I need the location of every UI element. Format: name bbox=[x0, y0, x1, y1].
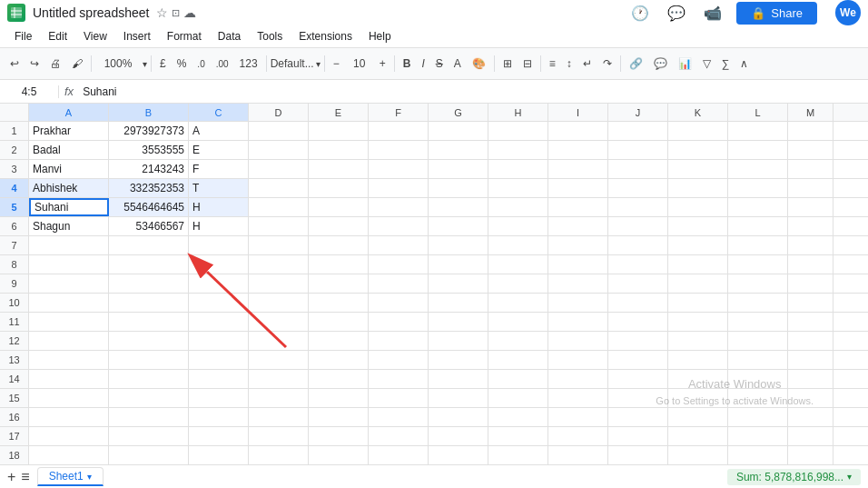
cell[interactable]: H bbox=[189, 217, 249, 235]
cell[interactable]: 2143243 bbox=[109, 160, 189, 178]
cell[interactable] bbox=[488, 389, 548, 407]
cell[interactable] bbox=[728, 351, 788, 369]
sheet-tab-sheet1[interactable]: Sheet1 ▾ bbox=[37, 467, 104, 486]
cell[interactable]: Suhani bbox=[29, 198, 109, 216]
cell[interactable] bbox=[728, 313, 788, 331]
cell[interactable] bbox=[488, 427, 548, 445]
cell[interactable] bbox=[429, 427, 488, 445]
cell[interactable] bbox=[668, 294, 728, 312]
cell[interactable] bbox=[488, 160, 548, 178]
cell[interactable] bbox=[548, 351, 608, 369]
cell[interactable] bbox=[109, 446, 189, 464]
cell[interactable] bbox=[309, 446, 369, 464]
cell[interactable] bbox=[788, 313, 833, 331]
cell[interactable] bbox=[429, 255, 488, 274]
row-num-4[interactable]: 4 bbox=[0, 179, 29, 197]
cell[interactable] bbox=[548, 332, 608, 350]
function-button[interactable]: ∑ bbox=[717, 55, 735, 73]
cell[interactable] bbox=[788, 370, 833, 388]
print-button[interactable]: 🖨 bbox=[45, 55, 65, 73]
align-button[interactable]: ≡ bbox=[545, 55, 560, 73]
cell[interactable] bbox=[488, 217, 548, 235]
cell[interactable] bbox=[249, 351, 309, 369]
cell[interactable] bbox=[788, 294, 833, 312]
fill-color-button[interactable]: 🎨 bbox=[468, 55, 490, 73]
cell[interactable] bbox=[788, 427, 833, 445]
decimal-increase-button[interactable]: .00 bbox=[212, 56, 233, 72]
row-num-16[interactable]: 16 bbox=[0, 408, 29, 426]
cell[interactable] bbox=[249, 313, 309, 331]
rotate-button[interactable]: ↷ bbox=[598, 55, 616, 73]
cell[interactable] bbox=[249, 255, 309, 274]
cell[interactable]: Badal bbox=[29, 141, 109, 159]
cell[interactable] bbox=[249, 179, 309, 197]
col-header-d[interactable]: D bbox=[249, 104, 309, 121]
cell[interactable] bbox=[369, 370, 429, 388]
cell[interactable] bbox=[728, 446, 788, 464]
cell[interactable] bbox=[488, 294, 548, 312]
cell[interactable] bbox=[309, 179, 369, 197]
cell[interactable] bbox=[668, 274, 728, 293]
cell[interactable] bbox=[668, 255, 728, 274]
increase-font-button[interactable]: + bbox=[375, 55, 390, 73]
cell[interactable] bbox=[608, 274, 668, 293]
meet-button[interactable]: 📹 bbox=[700, 1, 725, 25]
cell[interactable] bbox=[429, 122, 488, 140]
cell[interactable] bbox=[309, 255, 369, 274]
cell[interactable] bbox=[249, 274, 309, 293]
cell[interactable] bbox=[608, 370, 668, 388]
cell[interactable] bbox=[488, 236, 548, 254]
cell[interactable] bbox=[189, 294, 249, 312]
cell[interactable] bbox=[249, 408, 309, 426]
cell[interactable] bbox=[608, 179, 668, 197]
cell[interactable] bbox=[309, 370, 369, 388]
cell[interactable] bbox=[309, 160, 369, 178]
menu-item-data[interactable]: Data bbox=[211, 28, 248, 45]
cell[interactable] bbox=[788, 122, 833, 140]
cell[interactable] bbox=[608, 217, 668, 235]
cell[interactable] bbox=[249, 217, 309, 235]
cell[interactable] bbox=[429, 217, 488, 235]
cell[interactable] bbox=[29, 332, 109, 350]
decimal-decrease-button[interactable]: .0 bbox=[192, 56, 209, 72]
cell[interactable] bbox=[109, 389, 189, 407]
cell[interactable] bbox=[309, 141, 369, 159]
cell[interactable] bbox=[429, 389, 488, 407]
cell[interactable] bbox=[608, 294, 668, 312]
cell[interactable] bbox=[369, 294, 429, 312]
col-header-k[interactable]: K bbox=[668, 104, 728, 121]
cell[interactable] bbox=[309, 427, 369, 445]
cell[interactable] bbox=[369, 198, 429, 216]
cell[interactable] bbox=[369, 408, 429, 426]
cell[interactable]: T bbox=[189, 179, 249, 197]
cell[interactable] bbox=[429, 408, 488, 426]
cell[interactable] bbox=[488, 370, 548, 388]
merge-button[interactable]: ⊟ bbox=[518, 55, 537, 73]
cell[interactable] bbox=[429, 236, 488, 254]
star-icon[interactable]: ☆ bbox=[156, 5, 168, 20]
cell[interactable] bbox=[548, 122, 608, 140]
col-header-c[interactable]: C bbox=[189, 104, 249, 121]
undo-button[interactable]: ↩ bbox=[5, 55, 24, 73]
cell[interactable]: 53466567 bbox=[109, 217, 189, 235]
cell[interactable] bbox=[189, 274, 249, 293]
cell[interactable] bbox=[668, 179, 728, 197]
cell[interactable] bbox=[668, 141, 728, 159]
cell[interactable] bbox=[548, 313, 608, 331]
cell[interactable] bbox=[788, 389, 833, 407]
cell[interactable] bbox=[548, 446, 608, 464]
cell[interactable] bbox=[608, 313, 668, 331]
menu-item-edit[interactable]: Edit bbox=[41, 28, 74, 45]
row-num-12[interactable]: 12 bbox=[0, 332, 29, 350]
cell[interactable] bbox=[548, 294, 608, 312]
cell[interactable] bbox=[728, 141, 788, 159]
cell[interactable] bbox=[728, 236, 788, 254]
cell[interactable] bbox=[109, 351, 189, 369]
cell[interactable] bbox=[249, 198, 309, 216]
italic-button[interactable]: I bbox=[417, 55, 429, 73]
cell[interactable] bbox=[29, 274, 109, 293]
cell[interactable]: Shagun bbox=[29, 217, 109, 235]
row-num-15[interactable]: 15 bbox=[0, 389, 29, 407]
cell[interactable] bbox=[608, 141, 668, 159]
cell[interactable] bbox=[488, 179, 548, 197]
